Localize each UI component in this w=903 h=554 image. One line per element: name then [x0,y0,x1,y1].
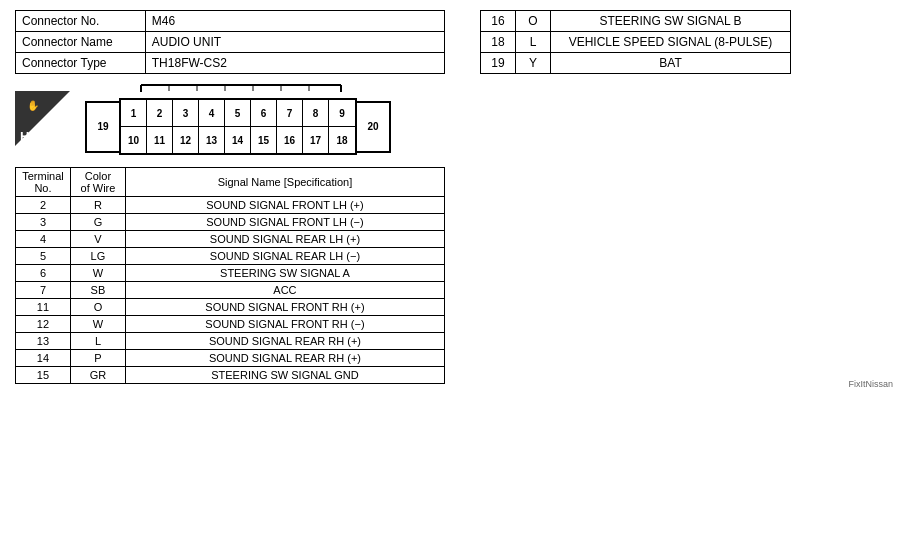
terminal-no: 2 [16,197,71,214]
color-wire: G [70,214,125,231]
pin-diagram: 19 123456789 101112131415161718 20 [85,82,391,155]
right-table-cell: O [516,11,551,32]
info-value: AUDIO UNIT [145,32,444,53]
connector-pins: 19 123456789 101112131415161718 20 [85,98,391,155]
color-wire: LG [70,248,125,265]
connector-info-table: Connector No.M46Connector NameAUDIO UNIT… [15,10,445,74]
right-table-cell: 18 [481,32,516,53]
signal-name: SOUND SIGNAL REAR RH (+) [125,333,444,350]
color-wire: O [70,299,125,316]
terminal-no: 4 [16,231,71,248]
color-wire: SB [70,282,125,299]
right-table-cell: Y [516,53,551,74]
terminal-no: 11 [16,299,71,316]
main-signal-table: TerminalNo. Colorof Wire Signal Name [Sp… [15,167,445,384]
header-signal: Signal Name [Specification] [125,168,444,197]
right-table-cell: 16 [481,11,516,32]
signal-name: SOUND SIGNAL FRONT RH (+) [125,299,444,316]
svg-text:✋: ✋ [27,99,40,112]
pin-box: 18 [329,127,355,153]
color-wire: V [70,231,125,248]
pin-box: 6 [251,100,277,126]
signal-name: SOUND SIGNAL FRONT RH (−) [125,316,444,333]
pin-box: 15 [251,127,277,153]
pin-20: 20 [357,101,391,153]
info-label: Connector Type [16,53,146,74]
right-signal-table: 16OSTEERING SW SIGNAL B18LVEHICLE SPEED … [480,10,791,74]
terminal-no: 7 [16,282,71,299]
color-wire: GR [70,367,125,384]
terminal-no: 6 [16,265,71,282]
signal-name: SOUND SIGNAL REAR LH (−) [125,248,444,265]
right-table-cell: STEERING SW SIGNAL B [551,11,791,32]
right-table-cell: 19 [481,53,516,74]
terminal-no: 14 [16,350,71,367]
signal-name: STEERING SW SIGNAL A [125,265,444,282]
header-terminal: TerminalNo. [16,168,71,197]
pin-box: 1 [121,100,147,126]
pin-box: 3 [173,100,199,126]
pin-box: 2 [147,100,173,126]
hs-logo: ✋ H.S. [15,91,70,146]
terminal-no: 5 [16,248,71,265]
svg-text:H.S.: H.S. [20,129,45,144]
pin-box: 9 [329,100,355,126]
signal-name: ACC [125,282,444,299]
info-label: Connector No. [16,11,146,32]
pin-box: 4 [199,100,225,126]
color-wire: W [70,265,125,282]
terminal-no: 13 [16,333,71,350]
header-color: Colorof Wire [70,168,125,197]
watermark: FixItNissan [848,379,893,389]
pin-19: 19 [85,101,119,153]
pin-box: 5 [225,100,251,126]
color-wire: P [70,350,125,367]
info-label: Connector Name [16,32,146,53]
signal-name: SOUND SIGNAL REAR LH (+) [125,231,444,248]
info-value: TH18FW-CS2 [145,53,444,74]
terminal-no: 3 [16,214,71,231]
terminal-no: 12 [16,316,71,333]
color-wire: L [70,333,125,350]
right-table-cell: L [516,32,551,53]
pin-box: 7 [277,100,303,126]
pin-box: 14 [225,127,251,153]
connector-diagram-area: ✋ H.S. [15,82,888,155]
signal-name: SOUND SIGNAL FRONT LH (+) [125,197,444,214]
pin-box: 10 [121,127,147,153]
right-table-cell: BAT [551,53,791,74]
color-wire: R [70,197,125,214]
pin-box: 11 [147,127,173,153]
pin-box: 17 [303,127,329,153]
pin-box: 12 [173,127,199,153]
pin-box: 16 [277,127,303,153]
pin-box: 13 [199,127,225,153]
right-table-cell: VEHICLE SPEED SIGNAL (8-PULSE) [551,32,791,53]
color-wire: W [70,316,125,333]
terminal-no: 15 [16,367,71,384]
signal-name: STEERING SW SIGNAL GND [125,367,444,384]
signal-name: SOUND SIGNAL FRONT LH (−) [125,214,444,231]
signal-name: SOUND SIGNAL REAR RH (+) [125,350,444,367]
info-value: M46 [145,11,444,32]
pin-box: 8 [303,100,329,126]
